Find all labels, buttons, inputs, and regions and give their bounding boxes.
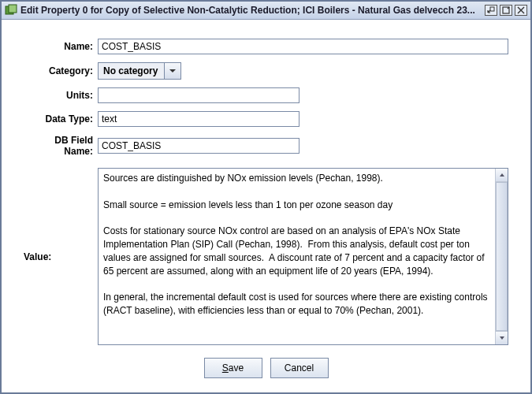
name-label: Name: (24, 41, 98, 52)
scroll-up-icon[interactable] (496, 169, 508, 182)
form-area: Name: Category: No category Units: Data … (2, 20, 530, 392)
db-field-name-input[interactable] (98, 138, 299, 154)
scroll-down-icon[interactable] (496, 331, 508, 344)
category-label: Category: (24, 65, 98, 76)
units-input[interactable] (98, 87, 299, 103)
data-type-input[interactable] (98, 111, 299, 127)
svg-rect-2 (490, 7, 494, 11)
titlebar: Edit Property 0 for Copy of Selective No… (2, 2, 530, 20)
scrollbar-vertical[interactable] (495, 169, 508, 344)
category-selected: No category (98, 62, 164, 80)
cancel-button[interactable]: Cancel (270, 358, 329, 378)
minimize-internal-icon[interactable] (485, 5, 497, 16)
svg-rect-1 (9, 5, 17, 13)
save-button[interactable]: Save (204, 358, 262, 378)
db-field-name-label: DB Field Name: (24, 135, 98, 157)
window-title: Edit Property 0 for Copy of Selective No… (20, 5, 482, 16)
maximize-icon[interactable] (500, 5, 512, 16)
category-combobox[interactable]: No category (98, 62, 181, 80)
save-button-rest: ave (229, 362, 244, 374)
dialog-buttons: Save Cancel (24, 345, 508, 383)
close-icon[interactable] (515, 5, 527, 16)
edit-property-window: Edit Property 0 for Copy of Selective No… (0, 0, 532, 394)
chevron-down-icon[interactable] (164, 62, 181, 80)
value-label: Value: (24, 168, 98, 345)
name-input[interactable] (98, 39, 508, 54)
scrollbar-thumb[interactable] (496, 182, 508, 331)
scrollbar-track[interactable] (496, 182, 508, 331)
value-textarea[interactable] (99, 169, 495, 344)
app-icon (5, 4, 17, 17)
units-label: Units: (24, 90, 98, 101)
data-type-label: Data Type: (24, 113, 98, 125)
